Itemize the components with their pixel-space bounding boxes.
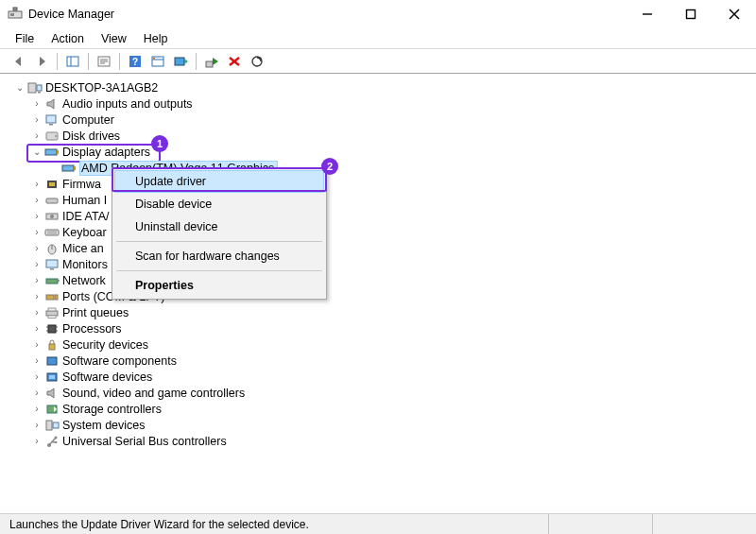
chevron-right-icon[interactable]: ›: [30, 98, 43, 109]
tree-item-system[interactable]: › System devices: [13, 417, 756, 433]
toolbar: ?: [0, 49, 756, 74]
chevron-right-icon[interactable]: ›: [30, 436, 43, 446]
hid-icon: [43, 194, 60, 207]
chevron-right-icon[interactable]: ›: [30, 339, 43, 350]
context-menu-item-uninstall[interactable]: Uninstall device: [114, 215, 324, 238]
chevron-right-icon[interactable]: ›: [30, 227, 43, 237]
chevron-right-icon[interactable]: ›: [30, 307, 43, 318]
svg-rect-48: [50, 268, 54, 270]
chevron-down-icon[interactable]: ⌄: [30, 146, 43, 157]
tree-item-usb[interactable]: › Universal Serial Bus controllers: [13, 433, 756, 449]
svg-point-41: [50, 215, 54, 218]
chevron-right-icon[interactable]: ›: [30, 404, 43, 414]
help-button[interactable]: ?: [124, 51, 146, 72]
minimize-button[interactable]: [626, 0, 669, 28]
display-adapter-icon: [60, 162, 77, 175]
chevron-right-icon[interactable]: ›: [30, 275, 43, 285]
context-menu-item-disable[interactable]: Disable device: [114, 193, 324, 215]
context-menu-item-scan[interactable]: Scan for hardware changes: [114, 245, 324, 267]
enable-device-button[interactable]: [200, 51, 223, 72]
chevron-right-icon[interactable]: ›: [30, 130, 43, 141]
tree-item-sound[interactable]: › Sound, video and game controllers: [13, 385, 756, 401]
tree-item-label: Mice an: [62, 242, 104, 255]
chevron-right-icon[interactable]: ›: [30, 388, 43, 398]
chevron-right-icon[interactable]: ›: [30, 420, 43, 430]
cpu-icon: [43, 322, 60, 336]
svg-rect-30: [49, 124, 53, 126]
tree-item-label: Print queues: [62, 306, 129, 319]
window-controls: [626, 0, 756, 28]
uninstall-device-button[interactable]: [223, 51, 246, 72]
context-menu-item-update-driver[interactable]: Update driver: [114, 170, 324, 193]
properties-button[interactable]: [93, 51, 115, 72]
tree-item-print[interactable]: › Print queues: [13, 304, 756, 320]
svg-rect-26: [28, 83, 36, 93]
context-menu-separator: [116, 270, 322, 271]
tree-item-processors[interactable]: › Processors: [13, 320, 756, 336]
chevron-right-icon[interactable]: ›: [30, 195, 43, 205]
chevron-right-icon[interactable]: ›: [30, 371, 43, 382]
security-icon: [43, 338, 60, 352]
svg-rect-39: [46, 198, 58, 203]
chevron-right-icon[interactable]: ›: [30, 211, 43, 221]
chevron-right-icon[interactable]: ›: [30, 114, 43, 125]
chevron-down-icon[interactable]: ⌄: [13, 82, 26, 93]
tree-item-label: Storage controllers: [62, 403, 162, 416]
toolbar-sep: [196, 53, 197, 70]
tree-item-label: Monitors: [62, 258, 108, 271]
show-hide-tree-button[interactable]: [61, 51, 84, 72]
status-cell: [652, 514, 756, 534]
tree-item-swcomp[interactable]: › Software components: [13, 353, 756, 369]
menu-bar: File Action View Help: [0, 28, 756, 49]
chevron-right-icon[interactable]: ›: [30, 355, 43, 366]
svg-rect-20: [206, 61, 213, 67]
close-button[interactable]: [713, 0, 756, 28]
menu-help[interactable]: Help: [136, 30, 176, 47]
context-menu-separator: [116, 241, 322, 242]
title-bar: Device Manager: [0, 0, 756, 28]
scan-hardware-button[interactable]: [246, 51, 268, 72]
chevron-right-icon[interactable]: ›: [30, 291, 43, 301]
ide-icon: [43, 210, 60, 223]
forward-button[interactable]: [30, 51, 53, 72]
svg-rect-61: [49, 344, 55, 350]
maximize-button[interactable]: [669, 0, 713, 28]
svg-marker-21: [213, 58, 218, 65]
tree-item-swdev[interactable]: › Software devices: [13, 369, 756, 385]
menu-action[interactable]: Action: [43, 30, 92, 47]
svg-rect-52: [55, 295, 58, 300]
system-device-icon: [43, 419, 60, 432]
display-adapter-icon: [43, 146, 60, 159]
back-button[interactable]: [8, 51, 30, 72]
tree-item-security[interactable]: › Security devices: [13, 336, 756, 353]
device-tree[interactable]: ⌄ DESKTOP-3A1AGB2 › Audio inputs and out…: [0, 74, 756, 513]
svg-rect-42: [45, 230, 59, 235]
tree-root[interactable]: ⌄ DESKTOP-3A1AGB2: [13, 79, 756, 95]
ports-icon: [43, 290, 60, 303]
update-driver-button[interactable]: [169, 51, 192, 72]
audio-icon: [43, 97, 60, 111]
chevron-right-icon[interactable]: ›: [30, 179, 43, 189]
firmware-icon: [43, 178, 60, 191]
menu-file[interactable]: File: [8, 30, 42, 47]
software-device-icon: [43, 370, 60, 384]
chevron-right-icon[interactable]: ›: [30, 243, 43, 253]
svg-point-32: [55, 135, 57, 137]
tree-item-disk[interactable]: › Disk drives: [13, 128, 756, 144]
svg-rect-35: [62, 165, 74, 171]
tree-item-display-adapters[interactable]: ⌄ Display adapters: [13, 144, 756, 160]
svg-rect-18: [175, 58, 184, 65]
tree-item-computer[interactable]: › Computer: [13, 112, 756, 128]
svg-rect-38: [49, 182, 55, 186]
tree-item-audio[interactable]: › Audio inputs and outputs: [13, 95, 756, 112]
svg-rect-36: [74, 166, 76, 170]
menu-view[interactable]: View: [94, 30, 134, 47]
chevron-right-icon[interactable]: ›: [30, 323, 43, 334]
tree-item-storage[interactable]: › Storage controllers: [13, 401, 756, 417]
mouse-icon: [43, 242, 60, 255]
chevron-right-icon[interactable]: ›: [30, 259, 43, 269]
tree-root-label: DESKTOP-3A1AGB2: [45, 81, 158, 95]
svg-point-71: [55, 436, 58, 439]
devices-by-type-button[interactable]: [146, 51, 169, 72]
context-menu-item-properties[interactable]: Properties: [114, 274, 324, 297]
